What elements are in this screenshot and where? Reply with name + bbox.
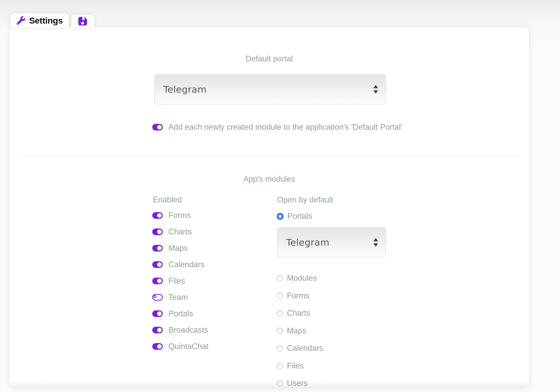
module-toggle[interactable] (152, 310, 163, 317)
option-radio[interactable] (277, 292, 283, 299)
module-toggle-row: Calendars (152, 259, 209, 270)
default-portal-select-value: Telegram (155, 84, 207, 95)
module-toggle-row: Team (152, 292, 209, 302)
toggle-knob (157, 328, 162, 332)
add-module-toggle-row: Add each newly created module to the app… (152, 122, 402, 132)
card-bottom-fade (10, 380, 529, 387)
toggle-knob (157, 262, 162, 267)
module-toggle-label: Charts (168, 227, 192, 236)
default-portal-title: Default portal (10, 54, 529, 63)
open-default-option-row: Maps (277, 326, 323, 336)
option-radio[interactable] (277, 345, 283, 352)
option-radio-label: Forms (287, 291, 309, 300)
option-radio[interactable] (277, 328, 283, 334)
open-default-options-list: Modules Forms Charts Maps Calendars (277, 273, 323, 387)
toggle-knob (153, 295, 156, 298)
default-portal-select[interactable]: Telegram (154, 74, 386, 104)
module-toggle[interactable] (152, 327, 163, 333)
module-toggle[interactable] (152, 278, 163, 284)
add-module-toggle-label: Add each newly created module to the app… (168, 123, 402, 132)
module-toggle[interactable] (152, 261, 163, 268)
select-stepper-arrows-icon (373, 85, 378, 94)
option-radio-label: Maps (287, 326, 306, 335)
option-radio-label: Modules (287, 274, 317, 283)
open-default-option-row: Files (277, 361, 323, 371)
module-toggle-label: QuintaChat (168, 342, 209, 351)
module-toggle-row: QuintaChat (152, 341, 209, 352)
open-default-portals-option-row: Portals (277, 211, 312, 221)
open-default-option-row: Calendars (277, 343, 323, 353)
open-default-option-row: Charts (277, 308, 323, 318)
toggle-knob (157, 125, 162, 129)
select-stepper-arrows-icon (373, 238, 378, 247)
enabled-column-header: Enabled (153, 195, 182, 204)
module-toggle-label: Files (168, 276, 185, 286)
module-toggle-label: Team (168, 293, 188, 302)
section-divider (21, 156, 518, 156)
module-toggle[interactable] (152, 343, 163, 350)
module-toggle[interactable] (152, 245, 163, 252)
toggle-knob (157, 344, 162, 349)
option-radio-label: Files (287, 361, 304, 371)
save-icon (78, 17, 87, 26)
tab-save[interactable] (71, 15, 94, 28)
settings-panel: Default portal Telegram Add each newly c… (10, 27, 529, 387)
open-default-option-row: Forms (277, 291, 323, 301)
option-radio-label: Charts (287, 309, 310, 318)
module-toggle-label: Portals (168, 309, 193, 318)
module-toggle-row: Portals (152, 309, 209, 319)
open-default-portal-select[interactable]: Telegram (277, 227, 386, 257)
option-radio[interactable] (277, 310, 283, 317)
toggle-knob (157, 230, 162, 234)
option-radio[interactable] (277, 363, 283, 369)
open-default-option-row: Modules (277, 273, 323, 283)
module-toggle-row: Maps (152, 243, 209, 253)
option-radio[interactable] (277, 275, 283, 281)
module-toggle-row: Files (152, 276, 209, 286)
tab-settings[interactable]: Settings (10, 13, 69, 28)
module-toggle-row: Charts (152, 227, 209, 237)
module-toggle[interactable] (152, 228, 163, 235)
toggle-knob (157, 279, 162, 283)
module-toggle[interactable] (152, 212, 163, 219)
module-toggle-label: Forms (168, 211, 191, 220)
module-toggle[interactable] (152, 294, 163, 301)
toggle-knob (157, 311, 162, 316)
tab-settings-label: Settings (29, 16, 63, 26)
toggle-knob (157, 213, 162, 218)
module-toggle-label: Maps (168, 244, 188, 253)
module-toggle-row: Broadcasts (152, 325, 209, 335)
toggle-knob (157, 246, 162, 251)
option-radio-label: Calendars (287, 344, 323, 353)
app-modules-title: App's modules (10, 175, 529, 184)
wrench-icon (17, 16, 25, 25)
portals-radio-label: Portals (287, 212, 312, 221)
portals-radio[interactable] (277, 213, 284, 220)
open-by-default-header: Open by default (277, 195, 333, 204)
module-toggle-row: Forms (152, 210, 209, 221)
enabled-toggle-list: Forms Charts Maps Calendars Files (152, 210, 209, 352)
module-toggle-label: Calendars (168, 260, 204, 269)
add-module-toggle[interactable] (152, 124, 163, 130)
open-default-portal-select-value: Telegram (277, 237, 329, 248)
module-toggle-label: Broadcasts (168, 325, 208, 335)
